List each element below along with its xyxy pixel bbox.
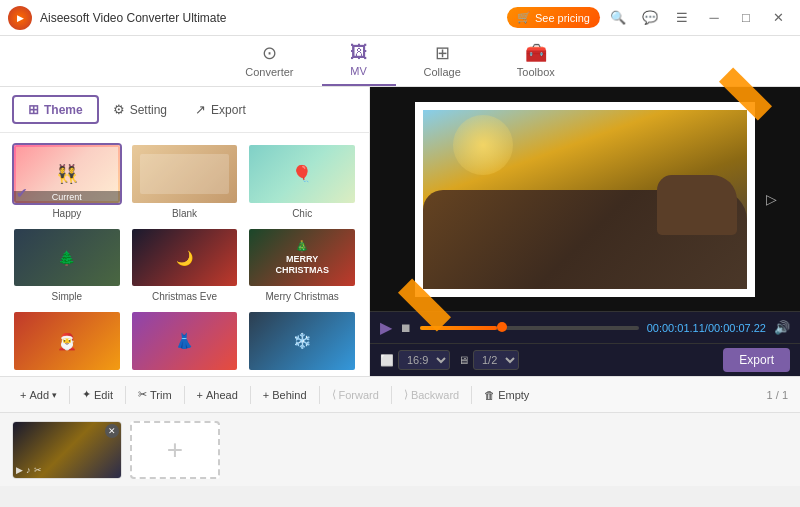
backward-icon: ⟩ bbox=[404, 388, 408, 401]
backward-button[interactable]: ⟩ Backward bbox=[396, 384, 467, 405]
progress-handle[interactable] bbox=[497, 322, 507, 332]
theme-item-merry-christmas[interactable]: 🎄 MERRYCHRISTMAS Merry Christmas bbox=[247, 227, 357, 303]
setting-icon: ⚙ bbox=[113, 102, 125, 117]
title-bar-actions: 🛒 See pricing 🔍 💬 ☰ ─ □ ✕ bbox=[507, 4, 792, 32]
collage-icon: ⊞ bbox=[435, 42, 450, 64]
tab-export[interactable]: ↗ Export bbox=[181, 97, 260, 122]
timeline-add-button[interactable]: + bbox=[130, 421, 220, 479]
page-control: 🖥 1/2 2/2 bbox=[458, 350, 519, 370]
dropdown-icon: ▾ bbox=[52, 390, 57, 400]
behind-icon: + bbox=[263, 389, 269, 401]
theme-item-simple[interactable]: 🌲 Simple bbox=[12, 227, 122, 303]
theme-item-chic[interactable]: 🎈 Chic bbox=[247, 143, 357, 219]
edit-button[interactable]: ✦ Edit bbox=[74, 384, 121, 405]
separator-3 bbox=[184, 386, 185, 404]
search-button[interactable]: 🔍 bbox=[604, 4, 632, 32]
cart-icon: 🛒 bbox=[517, 11, 531, 24]
main-area: ⊞ Theme ⚙ Setting ↗ Export 👯 Curre bbox=[0, 87, 800, 376]
check-icon: ✔ bbox=[16, 185, 28, 201]
page-select[interactable]: 1/2 2/2 bbox=[473, 350, 519, 370]
separator-6 bbox=[391, 386, 392, 404]
trash-icon: 🗑 bbox=[484, 389, 495, 401]
aspect-icon: ⬜ bbox=[380, 354, 394, 367]
bottom-toolbar: + Add ▾ ✦ Edit ✂ Trim + Ahead + Behind ⟨… bbox=[0, 376, 800, 412]
progress-bar[interactable] bbox=[420, 326, 639, 330]
mv-icon: 🖼 bbox=[350, 42, 368, 63]
preview-area: ▷ bbox=[370, 87, 800, 311]
time-display: 00:00:01.11/00:00:07.22 bbox=[647, 322, 766, 334]
behind-button[interactable]: + Behind bbox=[255, 385, 315, 405]
export-icon: ↗ bbox=[195, 102, 206, 117]
left-panel: ⊞ Theme ⚙ Setting ↗ Export 👯 Curre bbox=[0, 87, 370, 376]
separator-5 bbox=[319, 386, 320, 404]
app-logo bbox=[8, 6, 32, 30]
page-indicator: 1 / 1 bbox=[767, 389, 788, 401]
theme-item-snowy-night[interactable]: ❄️ Snowy Night bbox=[247, 310, 357, 376]
timeline-clip-1[interactable]: ✕ ▶ ♪ ✂ bbox=[12, 421, 122, 479]
preview-frame: ▷ bbox=[415, 102, 755, 297]
tab-converter[interactable]: ⊙ Converter bbox=[217, 36, 321, 86]
volume-icon[interactable]: 🔊 bbox=[774, 320, 790, 335]
stop-button[interactable]: ⏹ bbox=[400, 321, 412, 335]
video-icon: ▶ bbox=[16, 465, 23, 475]
plus-icon: + bbox=[20, 389, 26, 401]
toolbox-icon: 🧰 bbox=[525, 42, 547, 64]
right-arrow-icon: ▷ bbox=[766, 191, 777, 207]
scissors-icon: ✂ bbox=[138, 388, 147, 401]
ahead-icon: + bbox=[197, 389, 203, 401]
aspect-ratio-control: ⬜ 16:9 4:3 1:1 bbox=[380, 350, 450, 370]
audio-icon: ♪ bbox=[26, 465, 31, 475]
theme-item-christmas-eve[interactable]: 🌙 Christmas Eve bbox=[130, 227, 240, 303]
edit-icon: ✦ bbox=[82, 388, 91, 401]
control-row-2: ⬜ 16:9 4:3 1:1 🖥 1/2 2/2 Export bbox=[370, 343, 800, 376]
timeline-close-button[interactable]: ✕ bbox=[105, 424, 119, 438]
tab-mv[interactable]: 🖼 MV bbox=[322, 36, 396, 86]
theme-item-happy[interactable]: 👯 Current ✔ Happy bbox=[12, 143, 122, 219]
forward-icon: ⟨ bbox=[332, 388, 336, 401]
converter-icon: ⊙ bbox=[262, 42, 277, 64]
tab-collage[interactable]: ⊞ Collage bbox=[396, 36, 489, 86]
tab-theme[interactable]: ⊞ Theme bbox=[12, 95, 99, 124]
separator-1 bbox=[69, 386, 70, 404]
empty-button[interactable]: 🗑 Empty bbox=[476, 385, 537, 405]
left-panel-tabs: ⊞ Theme ⚙ Setting ↗ Export bbox=[0, 87, 369, 133]
timeline: ✕ ▶ ♪ ✂ + bbox=[0, 412, 800, 486]
theme-item-blank[interactable]: Blank bbox=[130, 143, 240, 219]
see-pricing-button[interactable]: 🛒 See pricing bbox=[507, 7, 600, 28]
menu-button[interactable]: ☰ bbox=[668, 4, 696, 32]
export-button[interactable]: Export bbox=[723, 348, 790, 372]
separator-2 bbox=[125, 386, 126, 404]
add-icon: + bbox=[167, 434, 183, 466]
tab-setting[interactable]: ⚙ Setting bbox=[99, 97, 181, 122]
play-button[interactable]: ▶ bbox=[380, 318, 392, 337]
timeline-clip-icons: ▶ ♪ ✂ bbox=[16, 465, 42, 475]
preview-image bbox=[415, 102, 755, 297]
right-panel: ▷ ▶ ⏹ 00:00:01.11/00:00:07.22 🔊 ⬜ 16:9 4… bbox=[370, 87, 800, 376]
title-bar: Aiseesoft Video Converter Ultimate 🛒 See… bbox=[0, 0, 800, 36]
app-title: Aiseesoft Video Converter Ultimate bbox=[40, 11, 507, 25]
theme-item-santa-claus[interactable]: 🎅 Santa Claus bbox=[12, 310, 122, 376]
close-button[interactable]: ✕ bbox=[764, 4, 792, 32]
theme-item-modern-life[interactable]: 👗 Modern Life bbox=[130, 310, 240, 376]
separator-4 bbox=[250, 386, 251, 404]
cut-icon: ✂ bbox=[34, 465, 42, 475]
separator-7 bbox=[471, 386, 472, 404]
ahead-button[interactable]: + Ahead bbox=[189, 385, 246, 405]
trim-button[interactable]: ✂ Trim bbox=[130, 384, 180, 405]
forward-button[interactable]: ⟨ Forward bbox=[324, 384, 387, 405]
tab-toolbox[interactable]: 🧰 Toolbox bbox=[489, 36, 583, 86]
theme-grid-icon: ⊞ bbox=[28, 102, 39, 117]
aspect-ratio-select[interactable]: 16:9 4:3 1:1 bbox=[398, 350, 450, 370]
theme-grid: 👯 Current ✔ Happy Blank 🎈 bbox=[0, 133, 369, 376]
nav-tabs: ⊙ Converter 🖼 MV ⊞ Collage 🧰 Toolbox bbox=[0, 36, 800, 87]
minimize-button[interactable]: ─ bbox=[700, 4, 728, 32]
maximize-button[interactable]: □ bbox=[732, 4, 760, 32]
monitor-icon: 🖥 bbox=[458, 354, 469, 366]
add-button[interactable]: + Add ▾ bbox=[12, 385, 65, 405]
chat-button[interactable]: 💬 bbox=[636, 4, 664, 32]
